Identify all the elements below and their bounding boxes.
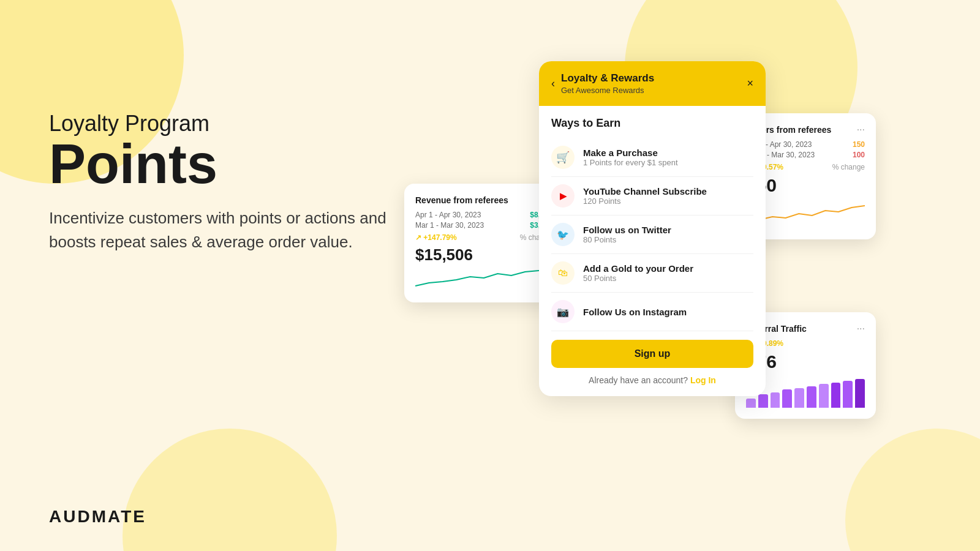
bar-10: [855, 379, 865, 408]
bar-3: [771, 392, 780, 408]
bar-4: [782, 389, 792, 408]
bg-decoration-bl: [123, 429, 337, 551]
twitter-name: Follow us on Twitter: [583, 225, 671, 235]
widget-title-block: Loyalty & Rewards Get Awesome Rewards: [561, 72, 654, 95]
widget-header: ‹ Loyalty & Rewards Get Awesome Rewards …: [539, 61, 766, 106]
referral-card-menu[interactable]: ···: [857, 323, 865, 334]
earn-item-twitter-info: Follow us on Twitter 80 Points: [583, 225, 671, 244]
back-icon[interactable]: ‹: [551, 77, 555, 90]
loyalty-widget: ‹ Loyalty & Rewards Get Awesome Rewards …: [539, 61, 766, 396]
login-text: Already have an account? Log In: [551, 375, 753, 385]
earn-item-purchase[interactable]: 🛒 Make a Purchase 1 Points for every $1 …: [551, 138, 753, 177]
widget-header-left: ‹ Loyalty & Rewards Get Awesome Rewards: [551, 72, 654, 95]
left-content: Loyalty Program Points Incentivize custo…: [49, 110, 404, 254]
gold-points: 50 Points: [583, 274, 693, 283]
earn-item-instagram-info: Follow Us on Instagram: [583, 307, 687, 317]
revenue-date-2: Mar 1 - Mar 30, 2023: [415, 221, 484, 230]
login-link[interactable]: Log In: [690, 375, 716, 385]
revenue-row-1: Apr 1 - Apr 30, 2023 $8,725: [415, 211, 552, 219]
bar-2: [758, 394, 768, 408]
youtube-points: 120 Points: [583, 197, 707, 206]
revenue-change: ↗ +147.79%: [415, 233, 457, 242]
earn-item-gold[interactable]: 🛍 Add a Gold to your Order 50 Points: [551, 254, 753, 293]
purchase-name: Make a Purchase: [583, 148, 678, 158]
twitter-points: 80 Points: [583, 235, 671, 244]
earn-item-twitter[interactable]: 🐦 Follow us on Twitter 80 Points: [551, 216, 753, 254]
gold-icon: 🛍: [551, 261, 575, 285]
youtube-name: YouTube Channel Subscribe: [583, 186, 707, 197]
orders-val-1: 150: [853, 140, 865, 149]
earn-item-gold-info: Add a Gold to your Order 50 Points: [583, 263, 693, 283]
gold-name: Add a Gold to your Order: [583, 263, 693, 274]
widget-body: Ways to Earn 🛒 Make a Purchase 1 Points …: [539, 106, 766, 396]
earn-item-youtube-info: YouTube Channel Subscribe 120 Points: [583, 186, 707, 206]
bg-decoration-br: [845, 429, 980, 551]
bar-9: [843, 381, 853, 408]
revenue-big-value: $15,506: [415, 246, 552, 264]
purchase-points: 1 Points for every $1 spent: [583, 158, 678, 167]
close-icon[interactable]: ×: [747, 77, 753, 90]
login-prompt: Already have an account?: [589, 375, 688, 385]
earn-item-youtube[interactable]: ▶ YouTube Channel Subscribe 120 Points: [551, 177, 753, 216]
revenue-row-2: Mar 1 - Mar 30, 2023 $3,590: [415, 221, 552, 230]
revenue-change-row: ↗ +147.79% % change: [415, 233, 552, 242]
revenue-sparkline: [415, 264, 552, 289]
purchase-icon: 🛒: [551, 146, 575, 169]
sign-up-button[interactable]: Sign up: [551, 340, 753, 368]
logo: AUDMATE: [49, 507, 146, 527]
orders-val-2: 100: [853, 151, 865, 159]
earn-item-purchase-info: Make a Purchase 1 Points for every $1 sp…: [583, 148, 678, 167]
bar-5: [794, 388, 804, 408]
orders-card-menu[interactable]: ···: [857, 124, 865, 135]
revenue-card-header: Revenue from referees ···: [415, 195, 552, 206]
instagram-icon: 📷: [551, 300, 575, 323]
bar-7: [819, 384, 829, 408]
bar-8: [831, 383, 841, 408]
widget-subtitle: Get Awesome Rewards: [561, 86, 654, 95]
page-subtitle: Loyalty Program: [49, 110, 404, 137]
bar-1: [746, 399, 756, 408]
revenue-card-title: Revenue from referees: [415, 195, 508, 205]
youtube-icon: ▶: [551, 184, 575, 208]
earn-item-instagram[interactable]: 📷 Follow Us on Instagram: [551, 293, 753, 331]
revenue-date-1: Apr 1 - Apr 30, 2023: [415, 211, 481, 219]
page-description: Incentivize customers with points or act…: [49, 206, 404, 254]
orders-change-label: % change: [832, 163, 865, 171]
twitter-icon: 🐦: [551, 223, 575, 246]
bar-6: [807, 386, 816, 408]
ways-to-earn-title: Ways to Earn: [551, 117, 753, 130]
instagram-name: Follow Us on Instagram: [583, 307, 687, 317]
widget-title: Loyalty & Rewards: [561, 72, 654, 84]
page-title: Points: [49, 137, 404, 192]
